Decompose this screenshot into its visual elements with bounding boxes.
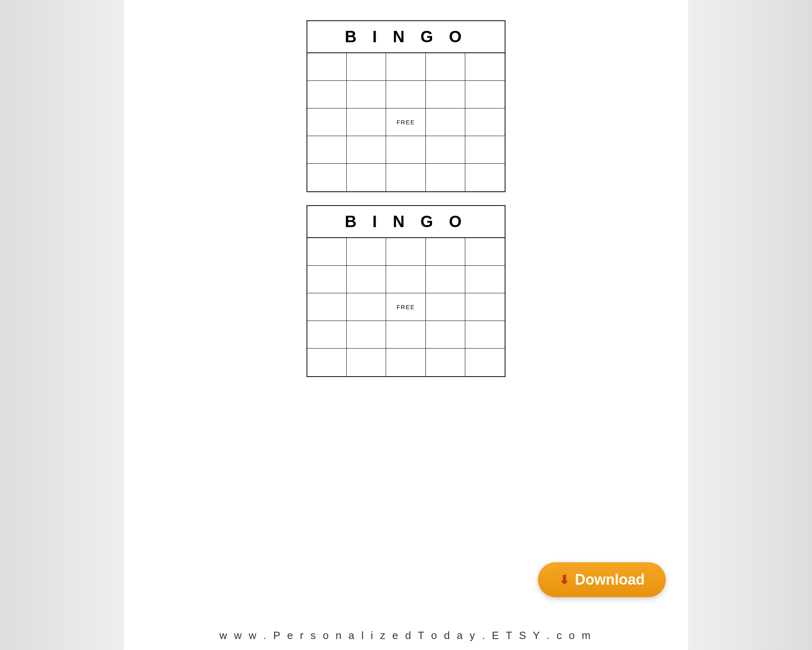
download-icon: ⬇ (559, 573, 569, 587)
c2-3-4 (426, 293, 465, 321)
cell-4-2 (347, 136, 386, 164)
cell-5-5 (465, 164, 505, 191)
download-button[interactable]: ⬇ Download (538, 562, 666, 597)
c2-1-3 (386, 238, 425, 266)
cell-4-3 (386, 136, 425, 164)
bingo-card-1: B I N G O FREE (307, 20, 505, 192)
c2-1-1 (307, 238, 347, 266)
c2-1-4 (426, 238, 465, 266)
cell-2-4 (426, 81, 465, 108)
c2-2-5 (465, 266, 505, 293)
c2-2-2 (347, 266, 386, 293)
cell-4-4 (426, 136, 465, 164)
left-edge (0, 0, 126, 650)
bingo-card-2: B I N G O FREE (307, 205, 505, 377)
c2-3-2 (347, 293, 386, 321)
c2-5-3 (386, 349, 425, 376)
c2-2-3 (386, 266, 425, 293)
cell-5-1 (307, 164, 347, 191)
cell-3-1 (307, 108, 347, 136)
cell-2-3 (386, 81, 425, 108)
cell-5-3 (386, 164, 425, 191)
c2-4-5 (465, 321, 505, 349)
cell-2-1 (307, 81, 347, 108)
cell-3-free-2: FREE (386, 293, 425, 321)
footer-text: w w w . P e r s o n a l i z e d T o d a … (220, 629, 593, 641)
c2-1-2 (347, 238, 386, 266)
cell-3-4 (426, 108, 465, 136)
cell-1-1 (307, 53, 347, 81)
cell-2-2 (347, 81, 386, 108)
c2-4-3 (386, 321, 425, 349)
download-label: Download (575, 571, 645, 588)
cell-1-3 (386, 53, 425, 81)
cell-3-5 (465, 108, 505, 136)
c2-4-1 (307, 321, 347, 349)
c2-2-4 (426, 266, 465, 293)
cell-3-free-1: FREE (386, 108, 425, 136)
cell-5-4 (426, 164, 465, 191)
bingo-grid-2: FREE (307, 238, 505, 376)
c2-4-4 (426, 321, 465, 349)
c2-3-1 (307, 293, 347, 321)
cell-1-4 (426, 53, 465, 81)
right-edge (686, 0, 812, 650)
bingo-title-1: B I N G O (307, 21, 505, 53)
c2-4-2 (347, 321, 386, 349)
cell-4-1 (307, 136, 347, 164)
c2-5-1 (307, 349, 347, 376)
cell-1-2 (347, 53, 386, 81)
c2-5-2 (347, 349, 386, 376)
c2-5-4 (426, 349, 465, 376)
c2-2-1 (307, 266, 347, 293)
cell-2-5 (465, 81, 505, 108)
c2-5-5 (465, 349, 505, 376)
cell-3-2 (347, 108, 386, 136)
bingo-title-2: B I N G O (307, 206, 505, 238)
main-content: B I N G O FREE (124, 0, 688, 650)
footer: w w w . P e r s o n a l i z e d T o d a … (0, 629, 812, 642)
c2-3-5 (465, 293, 505, 321)
cell-4-5 (465, 136, 505, 164)
cell-1-5 (465, 53, 505, 81)
bingo-grid-1: FREE (307, 53, 505, 191)
cell-5-2 (347, 164, 386, 191)
c2-1-5 (465, 238, 505, 266)
